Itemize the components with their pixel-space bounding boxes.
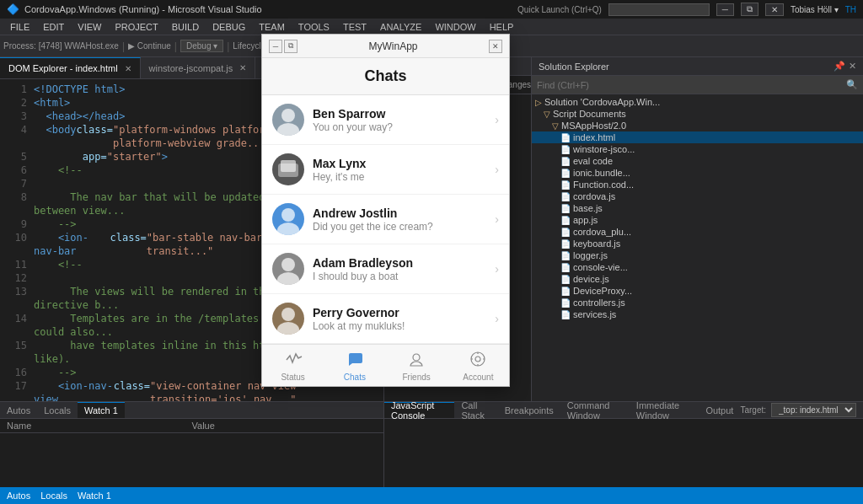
chat-preview-ben: You on your way?	[313, 121, 486, 133]
tab-autos[interactable]: Autos	[0, 402, 37, 418]
restore-button[interactable]: ⧉	[741, 3, 758, 16]
nav-chats[interactable]: Chats	[324, 345, 385, 386]
tab-output[interactable]: Output	[699, 402, 740, 418]
menu-help[interactable]: HELP	[483, 20, 521, 34]
chat-info-max: Max Lynx Hey, it's me	[313, 157, 486, 183]
tree-cordova-js[interactable]: 📄 cordova.js	[532, 190, 863, 202]
svg-point-6	[281, 258, 295, 271]
menu-debug[interactable]: DEBUG	[206, 20, 252, 34]
chat-item-adam[interactable]: Adam Bradleyson I should buy a boat ›	[262, 244, 509, 294]
menu-test[interactable]: TEST	[336, 20, 373, 34]
menu-analyze[interactable]: ANALYZE	[373, 20, 428, 34]
title-bar-right: Quick Launch (Ctrl+Q) ─ ⧉ ✕ Tobias Höll …	[517, 3, 856, 16]
tab-command-window[interactable]: Command Window	[560, 402, 630, 418]
tab-index-html[interactable]: DOM Explorer - index.html ✕	[0, 57, 141, 78]
nav-account[interactable]: Account	[448, 345, 509, 386]
quick-launch-input[interactable]	[608, 3, 710, 16]
mobile-close-btn[interactable]: ✕	[489, 40, 502, 53]
chevron-perry: ›	[495, 312, 499, 325]
tree-app-js[interactable]: 📄 app.js	[532, 214, 863, 226]
process-label: Process: [4748] WWAHost.exe	[3, 41, 119, 51]
close-tab-index[interactable]: ✕	[125, 64, 131, 73]
nav-account-label: Account	[463, 373, 493, 382]
chats-heading: Chats	[364, 67, 406, 85]
tab-breakpoints[interactable]: Breakpoints	[498, 402, 560, 418]
menu-team[interactable]: TEAM	[252, 20, 292, 34]
chat-item-perry[interactable]: Perry Governor Look at my mukluks! ›	[262, 294, 509, 344]
tree-deviceproxy[interactable]: 📄 DeviceProxy...	[532, 285, 863, 297]
target-dropdown[interactable]: _top: index.html	[771, 403, 856, 417]
mobile-win-buttons: ─ ⧉	[269, 40, 297, 53]
chat-item-max[interactable]: Max Lynx Hey, it's me ›	[262, 145, 509, 195]
solution-search-input[interactable]	[537, 80, 846, 90]
menu-tools[interactable]: TOOLS	[292, 20, 336, 34]
menu-build[interactable]: BUILD	[165, 20, 206, 34]
menu-window[interactable]: WINDOW	[428, 20, 482, 34]
svg-point-0	[281, 109, 295, 122]
chevron-max: ›	[495, 163, 499, 176]
tab-immediate-window[interactable]: Immediate Window	[630, 402, 700, 418]
nav-status[interactable]: Status	[262, 345, 324, 386]
tab-js-console[interactable]: JavaScript Console	[384, 402, 454, 418]
solution-explorer-header: Solution Explorer 📌 ✕	[532, 57, 863, 76]
tree-base-js[interactable]: 📄 base.js	[532, 202, 863, 214]
menu-view[interactable]: VIEW	[71, 20, 108, 34]
tab-watch1[interactable]: Watch 1	[78, 402, 125, 418]
tree-msapphost[interactable]: ▽ MSAppHost/2.0	[532, 120, 863, 131]
tree-solution[interactable]: ▷ Solution 'CordovaApp.Win...	[532, 96, 863, 108]
continue-btn[interactable]: ▶ Continue	[128, 41, 171, 51]
minimize-button[interactable]: ─	[716, 3, 734, 16]
tree-function-cod[interactable]: 📄 Function.cod...	[532, 179, 863, 190]
chevron-adam: ›	[495, 262, 499, 276]
console-actions: Target: _top: index.html	[740, 403, 863, 417]
svg-point-11	[471, 352, 485, 366]
pin-icon[interactable]: 📌	[834, 61, 845, 72]
tree-device-js[interactable]: 📄 device.js	[532, 273, 863, 285]
tree-cordova-plu[interactable]: 📄 cordova_plu...	[532, 226, 863, 238]
window-title: CordovaApp.Windows (Running) - Microsoft…	[24, 4, 262, 14]
chat-name-max: Max Lynx	[313, 157, 486, 170]
nav-chats-label: Chats	[344, 373, 366, 382]
tab-winstore[interactable]: winstore-jscompat.js ✕	[141, 57, 256, 78]
avatar-adam	[272, 253, 304, 285]
tree-keyboard[interactable]: 📄 keyboard.js	[532, 238, 863, 249]
mobile-restore-btn[interactable]: ⧉	[284, 40, 297, 53]
solution-explorer-actions: 📌 ✕	[834, 61, 856, 72]
account-icon	[469, 350, 487, 371]
menu-edit[interactable]: EDIT	[36, 20, 71, 34]
menu-bar: FILE EDIT VIEW PROJECT BUILD DEBUG TEAM …	[0, 19, 863, 35]
target-label: Target:	[740, 405, 766, 415]
svg-point-9	[277, 322, 299, 335]
status-text: Autos	[7, 491, 30, 501]
tab-locals[interactable]: Locals	[37, 402, 78, 418]
chat-item-andrew[interactable]: Andrew Jostlin Did you get the ice cream…	[262, 195, 509, 244]
mobile-minimize-btn[interactable]: ─	[269, 40, 282, 53]
mobile-close-btns: ✕	[489, 40, 502, 53]
mobile-nav-bar: Status Chats Friends	[262, 344, 509, 386]
tree-logger[interactable]: 📄 logger.js	[532, 249, 863, 261]
menu-file[interactable]: FILE	[3, 20, 36, 34]
nav-friends[interactable]: Friends	[386, 345, 448, 386]
tree-script-documents[interactable]: ▽ Script Documents	[532, 108, 863, 120]
tree-index-html[interactable]: 📄 index.html	[532, 131, 863, 143]
solution-close-icon[interactable]: ✕	[849, 61, 856, 72]
chat-name-andrew: Andrew Jostlin	[313, 206, 486, 220]
tree-evalcode[interactable]: 📄 eval code	[532, 155, 863, 167]
chat-preview-perry: Look at my mukluks!	[313, 320, 486, 332]
menu-project[interactable]: PROJECT	[108, 20, 164, 34]
tree-services-js[interactable]: 📄 services.js	[532, 308, 863, 320]
tab-call-stack[interactable]: Call Stack	[454, 402, 497, 418]
tree-controllers-js[interactable]: 📄 controllers.js	[532, 297, 863, 308]
title-bar: 🔷 CordovaApp.Windows (Running) - Microso…	[0, 0, 863, 19]
chat-info-adam: Adam Bradleyson I should buy a boat	[313, 256, 486, 282]
tree-console-vie[interactable]: 📄 console-vie...	[532, 261, 863, 273]
chat-item-ben[interactable]: Ben Sparrow You on your way? ›	[262, 95, 509, 145]
tree-winstore[interactable]: 📄 winstore-jsco...	[532, 143, 863, 155]
status-bar: Autos Locals Watch 1	[0, 487, 863, 504]
svg-point-7	[277, 272, 299, 285]
debug-dropdown[interactable]: Debug ▾	[180, 40, 223, 52]
tree-ionic-bundle[interactable]: 📄 ionic.bundle...	[532, 167, 863, 179]
close-tab-winstore[interactable]: ✕	[239, 63, 246, 72]
close-button[interactable]: ✕	[765, 3, 784, 16]
svg-rect-3	[278, 164, 298, 177]
